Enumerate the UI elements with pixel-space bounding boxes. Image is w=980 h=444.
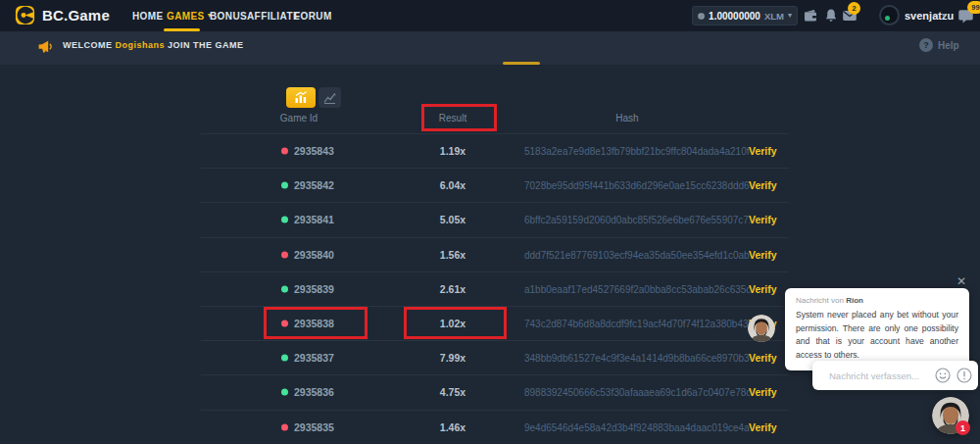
game-id: 2935835 [294,421,334,433]
question-mark-icon: ? [919,38,933,52]
hash-value: 9e4d6546d4e58a42d3b4f924883baa4daac019ce… [524,422,750,433]
table-row: 2935836 4.75x 8988392450666c53f30afaaaea… [201,375,789,410]
game-id: 2935838 [294,318,334,329]
close-icon[interactable]: ✕ [956,274,966,288]
chevron-down-icon: ▾ [942,12,946,20]
hash-value: 6bffc2a59159d2060d0abc85f526e6be676e5590… [524,215,750,225]
game-id: 2935843 [294,145,334,157]
verify-link[interactable]: Verify [749,352,777,364]
column-header-hash: Hash [564,113,691,123]
exclamation-icon[interactable] [956,368,972,383]
status-dot [281,424,288,431]
chat-message-card: Nachricht von Rion System never placed a… [785,288,969,370]
status-dot [281,148,288,155]
nav-bonus[interactable]: BONUS [210,0,247,31]
chat-message-input[interactable] [812,370,935,381]
bar-chart-view-toggle[interactable] [286,87,316,108]
status-dot [281,182,288,189]
result-value: 2.61x [389,283,516,295]
chat-composer [812,361,978,390]
status-dot [281,355,288,362]
status-dot [281,217,288,223]
chat-badge: 99 [967,1,980,14]
result-value: 4.75x [389,386,516,398]
chat-from-label: Nachricht von [796,296,844,305]
game-history-table: 2935843 1.19x 5183a2ea7e9d8e13fb79bbf21b… [201,133,789,444]
top-bar: BC.Game HOME GAMES ▾ BONUS AFFILIATE FOR… [0,0,980,31]
verify-link[interactable]: Verify [749,283,777,295]
game-id: 2935841 [294,214,334,225]
nav-affiliate[interactable]: AFFILIATE [247,0,300,31]
chat-from-line: Nachricht von Rion [796,296,958,305]
status-dot [281,389,288,396]
result-value: 6.04x [389,179,516,191]
balance-amount: 1.00000000 [709,11,760,22]
game-id: 2935837 [294,352,334,364]
table-row: 2935840 1.56x ddd7f521e87769103ecf94ea35… [201,238,789,272]
result-value: 1.56x [389,249,516,261]
game-id: 2935842 [294,179,334,191]
verify-link[interactable]: Verify [749,421,777,433]
bc-game-logo-icon [14,4,36,26]
result-value: 5.05x [389,214,516,225]
chat-unread-badge: 1 [956,420,970,435]
bell-icon[interactable] [823,8,839,24]
hash-value: 8988392450666c53f30afaaaea69c1d6a7c0407e… [524,387,750,398]
nav-games[interactable]: GAMES ▾ [167,0,212,31]
result-value: 1.02x [389,318,516,329]
result-value: 7.99x [389,352,516,364]
verify-link[interactable]: Verify [749,214,777,225]
verify-link[interactable]: Verify [749,145,777,157]
user-avatar[interactable] [879,5,900,25]
coin-icon [698,10,705,23]
result-value: 1.46x [389,421,516,433]
trend-chart-view-toggle[interactable] [318,87,341,108]
join-the-game-text: JOIN THE GAME [168,40,244,50]
chat-message-text: System never placed any bet without your… [796,309,958,362]
wallet-icon[interactable] [803,8,818,24]
nav-forum[interactable]: FORUM [294,0,332,31]
table-row: 2935843 1.19x 5183a2ea7e9d8e13fb79bbf21b… [201,134,789,169]
table-row: 2935842 6.04x 7028be95dd95f441b633d6d296… [201,169,789,203]
hash-value: 5183a2ea7e9d8e13fb79bbf21bc9ffc804dada4a… [524,146,750,157]
trend-chart-icon [323,92,336,104]
verify-link[interactable]: Verify [749,249,777,261]
table-row: 2935839 2.61x a1bb0eaaf17ed4527669f2a0bb… [201,272,789,307]
welcome-word: WELCOME [63,40,113,50]
megaphone-icon [37,38,54,55]
column-header-game-id: Game Id [235,113,363,123]
verify-link[interactable]: Verify [749,386,777,398]
table-row: 2935837 7.99x 348bb9db61527e4c9f3e4a1414… [201,341,789,375]
game-id: 2935840 [294,249,334,261]
table-row: 2935835 1.46x 9e4d6546d4e58a42d3b4f92488… [201,411,789,444]
emoji-icon[interactable] [935,368,951,383]
balance-selector[interactable]: 1.00000000 XLM ▾ [692,6,798,25]
nav-home[interactable]: HOME [132,0,164,31]
status-dot [281,321,288,327]
table-row: 2935838 1.02x 743c2d874b6d8a8dcdf9fc19ac… [201,307,789,341]
hash-value: 7028be95dd95f441b633d6d296e0ae15cc6238dd… [524,180,750,191]
username[interactable]: svenjatzu [905,10,954,22]
status-dot [281,285,288,292]
chat-sender-avatar [748,315,775,342]
welcome-username: Dogishans [116,40,166,50]
hash-value: 743c2d874b6d8a8dcdf9fc19acf4d70f74f12a38… [524,319,750,329]
chat-from-name: Rion [846,296,863,305]
welcome-banner: WELCOME Dogishans JOIN THE GAME ? Help [0,31,980,65]
column-header-result: Result [389,113,516,123]
tab-indicator [503,62,540,65]
help-button[interactable]: ? Help [919,38,959,52]
bc-game-page: BC.Game HOME GAMES ▾ BONUS AFFILIATE FOR… [0,0,980,444]
bar-chart-icon [294,91,308,104]
game-id: 2935836 [294,386,334,398]
person-avatar-image [748,315,775,342]
view-toggle-group [286,87,341,108]
verify-link[interactable]: Verify [749,179,777,191]
logo-text: BC.Game [42,7,110,24]
welcome-message: WELCOME Dogishans JOIN THE GAME [63,40,244,50]
hash-value: ddd7f521e87769103ecf94ea35da50ee354efd1c… [524,249,750,260]
game-id: 2935839 [294,283,334,295]
avatar-status-dot [885,16,890,21]
bc-game-logo[interactable]: BC.Game [14,4,110,26]
mail-badge: 2 [848,2,860,15]
